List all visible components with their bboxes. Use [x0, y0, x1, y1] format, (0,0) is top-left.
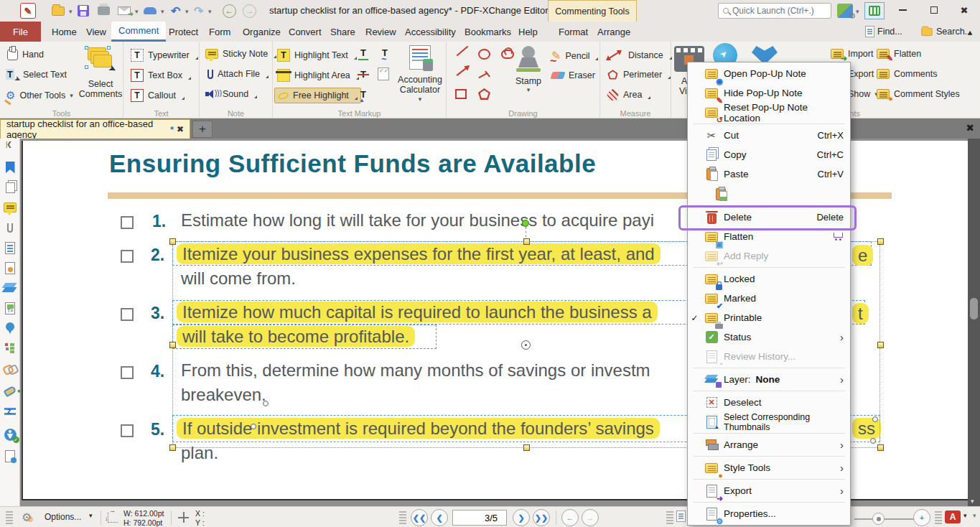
previous-page-button[interactable]: ❮: [431, 509, 448, 526]
flatten-comments-button[interactable]: ✎Flatten: [877, 49, 921, 59]
zoom-slider-thumb[interactable]: [872, 513, 885, 525]
arrow-tool-button[interactable]: [455, 70, 470, 72]
selection-handle-mid-right[interactable]: [877, 342, 884, 348]
email-button[interactable]: [118, 3, 131, 19]
menu-item-copy[interactable]: CopyCtrl+C: [688, 145, 850, 164]
pencil-tool-button[interactable]: ✎Pencil: [551, 49, 598, 62]
scroll-down-arrow[interactable]: ▾: [971, 498, 974, 505]
options-chevron[interactable]: ▾: [89, 512, 93, 519]
options-button[interactable]: Options...: [45, 512, 81, 522]
polyline-tool-button[interactable]: [478, 69, 491, 79]
text-box-button[interactable]: TText Box: [131, 69, 191, 82]
minimize-button[interactable]: [887, 0, 918, 20]
plugins-icon[interactable]: [837, 4, 853, 18]
menu-item-paste-special[interactable]: [688, 184, 850, 204]
redo-dropdown-chevron[interactable]: ▾: [208, 8, 212, 15]
selection-handle-bottom-center[interactable]: [523, 444, 530, 451]
menu-accessibility[interactable]: Accessibility: [398, 22, 463, 42]
menu-item-arrange[interactable]: Arrange›: [688, 435, 850, 454]
menu-file[interactable]: File: [0, 22, 41, 42]
selection-handle-mid-left[interactable]: [169, 342, 176, 348]
history-back-button[interactable]: ←: [223, 3, 236, 19]
print-button[interactable]: [98, 3, 110, 19]
sidebar-attachments-icon[interactable]: [3, 220, 17, 235]
first-page-button[interactable]: ❮❮: [411, 509, 428, 526]
menu-help[interactable]: Help: [511, 22, 545, 42]
previous-view-button[interactable]: ←: [561, 509, 579, 526]
scan-button[interactable]: [144, 3, 157, 19]
menu-form[interactable]: Form: [202, 22, 238, 42]
redo-button[interactable]: ↷: [194, 3, 203, 19]
annotation-point-handle-4[interactable]: [870, 438, 876, 444]
sidebar-links-icon[interactable]: [3, 361, 17, 376]
new-tab-button[interactable]: +: [192, 121, 213, 138]
selection-handle-top-left[interactable]: [169, 238, 176, 245]
select-comments-button[interactable]: ➤ Select Comments: [80, 46, 121, 100]
strikeout-text-button[interactable]: T: [358, 69, 369, 80]
tabbar-close-icon[interactable]: ✖: [966, 122, 974, 134]
menu-item-deselect[interactable]: ✕Deselect: [688, 393, 850, 412]
perimeter-tool-button[interactable]: Perimeter: [607, 69, 671, 80]
rotation-handle[interactable]: [522, 220, 529, 227]
menu-item-style-tools[interactable]: ●Style Tools›: [688, 458, 850, 477]
menu-item-delete[interactable]: DeleteDelete: [688, 207, 850, 227]
sticky-note-button[interactable]: Sticky Note: [205, 49, 276, 59]
search-button[interactable]: Search...: [920, 22, 972, 42]
highlight-text-button[interactable]: THighlight Text: [277, 49, 357, 62]
selection-handle-top-right[interactable]: [877, 238, 884, 245]
quick-launch-input[interactable]: [732, 6, 818, 16]
menu-item-cut[interactable]: ✂CutCtrl+X: [688, 126, 850, 145]
squiggly-underline-button[interactable]: T: [379, 47, 391, 59]
oval-tool-button[interactable]: [478, 49, 490, 60]
comment-styles-button[interactable]: ●Comment Styles: [877, 89, 960, 99]
email-dropdown-chevron[interactable]: ▾: [135, 8, 139, 15]
menu-view[interactable]: View: [79, 22, 113, 42]
annotation-point-handle-2[interactable]: [251, 424, 256, 429]
statusbar-expand-chevron[interactable]: ▾: [973, 512, 976, 519]
menu-item-printable[interactable]: ✓Printable: [688, 308, 850, 327]
menu-protect[interactable]: Protect: [162, 22, 205, 42]
distance-tool-button[interactable]: Distance: [607, 50, 672, 60]
polygon-tool-button[interactable]: [478, 88, 490, 100]
menu-item-marked[interactable]: ✔Marked: [688, 289, 850, 308]
accounting-calculator-button[interactable]: Accounting Calculator ▾: [396, 45, 444, 103]
menu-item-open-popup-note[interactable]: ◉Open Pop-Up Note: [688, 64, 850, 83]
other-tools-button[interactable]: ⚙Other Tools▾: [6, 89, 73, 102]
menu-item-locked[interactable]: Locked: [688, 269, 850, 289]
insert-text-button[interactable]: T: [358, 89, 369, 101]
next-view-button[interactable]: →: [582, 509, 599, 526]
menu-review[interactable]: Review: [358, 22, 403, 42]
vertical-scrollbar-thumb[interactable]: [970, 298, 978, 320]
menu-convert[interactable]: Convert: [281, 22, 329, 42]
checkbox-item1[interactable]: [121, 216, 134, 229]
maximize-button[interactable]: [918, 0, 950, 20]
sidebar-thumbnails-icon[interactable]: [3, 180, 17, 195]
typewriter-button[interactable]: TTypewriter: [131, 49, 198, 62]
vertical-scrollbar[interactable]: ▾: [968, 139, 980, 506]
ribbon-collapse-chevron[interactable]: ▴: [968, 22, 972, 42]
menu-item-hide-popup-note[interactable]: ✎Hide Pop-Up Note: [688, 83, 850, 103]
adobe-reader-icon[interactable]: A: [945, 510, 961, 523]
menu-format[interactable]: Format: [551, 22, 595, 42]
menu-item-flatten[interactable]: ▣Flatten: [688, 227, 850, 246]
stamp-button[interactable]: Stamp ▾: [513, 46, 544, 94]
page-number-input[interactable]: [452, 510, 507, 526]
menu-bookmarks[interactable]: Bookmarks: [457, 22, 518, 42]
spell-check-button[interactable]: ✓✓: [378, 67, 389, 80]
last-page-button[interactable]: ❯❯: [533, 509, 550, 526]
close-button[interactable]: ✖: [948, 0, 980, 20]
selection-handle-top-center[interactable]: [523, 238, 530, 245]
menu-item-status[interactable]: ✓Status›: [688, 327, 850, 347]
annotation-point-handle-3[interactable]: [872, 416, 878, 422]
sidebar-structure-icon[interactable]: [3, 341, 17, 355]
menu-item-reset-popup-note-location[interactable]: ↺Reset Pop-Up Note Location: [688, 103, 850, 122]
eraser-tool-button[interactable]: Eraser: [551, 70, 595, 80]
select-text-button[interactable]: Select Text: [6, 69, 67, 80]
zoom-in-button[interactable]: +: [913, 509, 930, 526]
checkbox-item3[interactable]: [121, 308, 134, 321]
zoom-slider-track[interactable]: [854, 518, 915, 520]
open-dropdown-chevron[interactable]: ▾: [69, 8, 73, 15]
fit-page-icon[interactable]: [676, 510, 686, 522]
document-tab-active[interactable]: startup checklist for an office-based ag…: [0, 119, 190, 139]
annotation-point-handle-1[interactable]: [263, 401, 269, 406]
